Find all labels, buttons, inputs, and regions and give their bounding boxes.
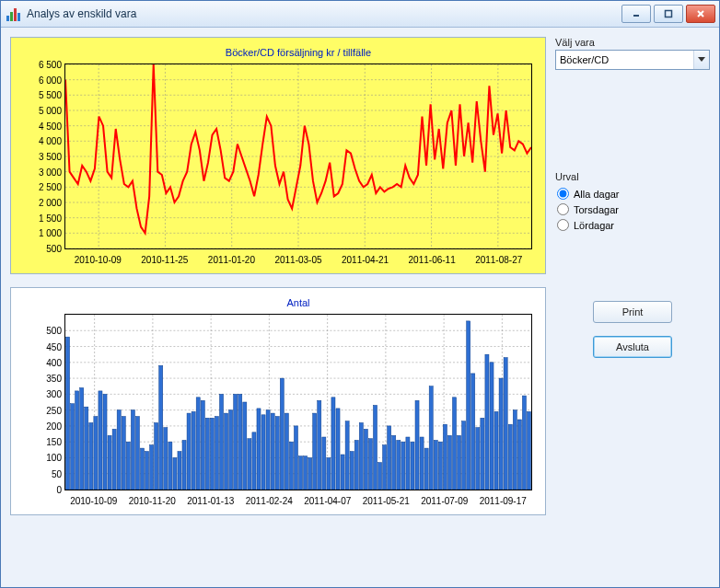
svg-rect-90 bbox=[285, 413, 288, 490]
svg-rect-46 bbox=[80, 387, 84, 490]
svg-rect-83 bbox=[252, 432, 256, 490]
svg-rect-59 bbox=[140, 448, 144, 490]
svg-rect-61 bbox=[150, 445, 154, 490]
svg-rect-136 bbox=[499, 378, 503, 490]
svg-rect-121 bbox=[429, 386, 433, 490]
svg-rect-50 bbox=[99, 391, 102, 490]
svg-rect-63 bbox=[159, 365, 163, 490]
maximize-button[interactable] bbox=[654, 5, 683, 23]
avsluta-button[interactable]: Avsluta bbox=[593, 336, 672, 358]
svg-rect-142 bbox=[527, 411, 530, 490]
svg-rect-67 bbox=[178, 452, 181, 490]
count-chart-title: Antal bbox=[55, 292, 541, 310]
svg-rect-65 bbox=[168, 442, 172, 490]
svg-rect-120 bbox=[424, 448, 428, 490]
urval-radio-2[interactable]: Lördagar bbox=[555, 217, 710, 233]
urval-group: Urval Alla dagarTorsdagarLördagar bbox=[555, 171, 710, 233]
svg-rect-129 bbox=[467, 321, 470, 490]
svg-line-3 bbox=[698, 11, 703, 17]
svg-rect-102 bbox=[341, 455, 344, 490]
svg-rect-70 bbox=[192, 411, 195, 490]
svg-rect-80 bbox=[238, 394, 242, 490]
svg-rect-89 bbox=[280, 378, 284, 490]
select-label: Välj vara bbox=[555, 37, 710, 48]
svg-rect-96 bbox=[313, 413, 317, 490]
svg-rect-78 bbox=[229, 410, 233, 490]
svg-rect-75 bbox=[215, 417, 218, 490]
svg-rect-92 bbox=[294, 426, 297, 490]
svg-rect-48 bbox=[89, 422, 93, 490]
side-panel: Välj vara Urval Alla dagarTorsdagarLörda… bbox=[555, 37, 710, 578]
svg-rect-126 bbox=[452, 398, 456, 490]
svg-rect-141 bbox=[522, 396, 526, 490]
svg-rect-85 bbox=[261, 415, 265, 490]
svg-rect-119 bbox=[420, 437, 424, 490]
sales-chart: Böcker/CD försäljning kr / tillfälle 500… bbox=[10, 37, 546, 274]
svg-rect-47 bbox=[85, 407, 88, 490]
svg-rect-87 bbox=[271, 413, 274, 490]
svg-rect-88 bbox=[275, 417, 279, 490]
svg-rect-51 bbox=[103, 394, 107, 490]
urval-radio-label-0: Alla dagar bbox=[574, 189, 620, 200]
print-button[interactable]: Print bbox=[593, 301, 672, 323]
close-button[interactable] bbox=[686, 5, 715, 23]
minimize-button[interactable] bbox=[621, 5, 651, 23]
svg-rect-72 bbox=[201, 400, 204, 490]
svg-rect-112 bbox=[388, 426, 391, 490]
svg-rect-106 bbox=[359, 422, 363, 490]
urval-radio-input-2[interactable] bbox=[557, 219, 569, 231]
svg-rect-101 bbox=[336, 409, 340, 490]
svg-rect-139 bbox=[513, 410, 517, 490]
svg-rect-113 bbox=[392, 435, 396, 490]
svg-rect-127 bbox=[458, 435, 461, 490]
item-select[interactable] bbox=[555, 50, 710, 70]
svg-rect-93 bbox=[299, 456, 303, 490]
svg-rect-74 bbox=[210, 418, 214, 490]
svg-rect-77 bbox=[225, 413, 228, 490]
svg-marker-143 bbox=[698, 57, 705, 62]
svg-rect-52 bbox=[108, 435, 111, 490]
svg-rect-73 bbox=[205, 418, 209, 490]
chevron-down-icon[interactable] bbox=[693, 51, 709, 69]
svg-rect-122 bbox=[434, 440, 437, 490]
svg-rect-107 bbox=[364, 429, 367, 490]
app-icon bbox=[6, 6, 21, 21]
svg-rect-43 bbox=[66, 337, 70, 490]
svg-rect-103 bbox=[345, 421, 349, 490]
urval-radio-label-1: Torsdagar bbox=[574, 204, 619, 215]
svg-rect-137 bbox=[504, 358, 507, 490]
svg-rect-109 bbox=[373, 405, 377, 490]
svg-rect-44 bbox=[71, 404, 75, 490]
svg-rect-132 bbox=[481, 418, 484, 490]
urval-radio-0[interactable]: Alla dagar bbox=[555, 186, 710, 202]
svg-rect-131 bbox=[476, 428, 480, 490]
svg-rect-79 bbox=[234, 394, 238, 490]
svg-rect-1 bbox=[666, 11, 672, 17]
svg-rect-133 bbox=[485, 354, 489, 490]
svg-rect-81 bbox=[243, 402, 247, 490]
svg-line-2 bbox=[698, 11, 703, 17]
sales-chart-title: Böcker/CD försäljning kr / tillfälle bbox=[55, 41, 541, 60]
svg-rect-97 bbox=[318, 400, 321, 490]
svg-rect-60 bbox=[145, 452, 149, 490]
svg-rect-86 bbox=[266, 410, 270, 490]
count-chart: Antal 050100150200250300350400450500 201… bbox=[10, 287, 546, 515]
svg-rect-118 bbox=[415, 400, 419, 490]
svg-rect-128 bbox=[462, 421, 466, 490]
svg-rect-56 bbox=[126, 442, 130, 490]
urval-radio-input-0[interactable] bbox=[557, 188, 569, 200]
svg-rect-130 bbox=[471, 374, 475, 490]
svg-rect-53 bbox=[112, 429, 116, 490]
urval-radio-input-1[interactable] bbox=[557, 203, 569, 215]
svg-rect-71 bbox=[196, 398, 200, 490]
svg-rect-124 bbox=[443, 424, 447, 490]
svg-rect-110 bbox=[378, 463, 382, 490]
svg-rect-54 bbox=[117, 410, 121, 490]
svg-rect-91 bbox=[289, 442, 293, 490]
svg-rect-138 bbox=[508, 424, 512, 490]
svg-rect-49 bbox=[94, 417, 98, 490]
urval-radio-1[interactable]: Torsdagar bbox=[555, 202, 710, 217]
svg-rect-123 bbox=[438, 442, 442, 490]
client-area: Böcker/CD försäljning kr / tillfälle 500… bbox=[1, 28, 719, 587]
item-select-input[interactable] bbox=[556, 52, 693, 67]
